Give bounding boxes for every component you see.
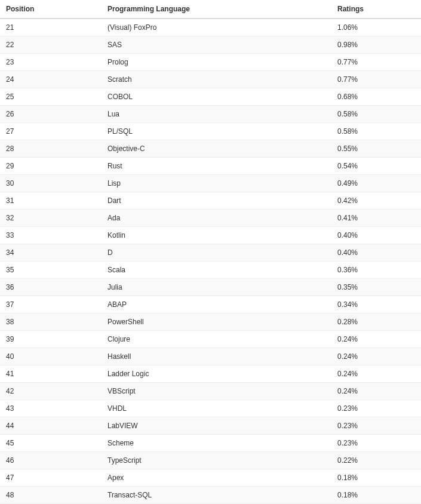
cell-ratings: 0.28% xyxy=(331,314,421,331)
cell-language: Ada xyxy=(102,210,331,227)
cell-language: VBScript xyxy=(102,383,331,400)
header-ratings: Ratings xyxy=(331,0,421,19)
table-row: 28Objective-C0.55% xyxy=(0,140,421,158)
cell-ratings: 0.18% xyxy=(331,469,421,487)
cell-ratings: 0.22% xyxy=(331,452,421,469)
cell-ratings: 0.41% xyxy=(331,210,421,227)
table-row: 21(Visual) FoxPro1.06% xyxy=(0,19,421,36)
table-row: 39Clojure0.24% xyxy=(0,331,421,348)
cell-language: Haskell xyxy=(102,348,331,365)
cell-ratings: 0.24% xyxy=(331,348,421,365)
table-row: 33Kotlin0.40% xyxy=(0,227,421,244)
cell-ratings: 0.23% xyxy=(331,435,421,452)
table-row: 24Scratch0.77% xyxy=(0,71,421,88)
cell-ratings: 1.06% xyxy=(331,19,421,36)
cell-position: 43 xyxy=(0,400,102,417)
cell-position: 32 xyxy=(0,210,102,227)
cell-position: 26 xyxy=(0,106,102,123)
cell-position: 46 xyxy=(0,452,102,469)
cell-position: 38 xyxy=(0,314,102,331)
cell-language: Apex xyxy=(102,469,331,487)
header-language: Programming Language xyxy=(102,0,331,19)
cell-ratings: 0.24% xyxy=(331,365,421,383)
table-row: 25COBOL0.68% xyxy=(0,88,421,106)
cell-position: 33 xyxy=(0,227,102,244)
cell-language: PowerShell xyxy=(102,314,331,331)
cell-language: Clojure xyxy=(102,331,331,348)
cell-language: D xyxy=(102,244,331,262)
table-row: 40Haskell0.24% xyxy=(0,348,421,365)
cell-language: ABAP xyxy=(102,296,331,314)
cell-position: 41 xyxy=(0,365,102,383)
cell-ratings: 0.77% xyxy=(331,71,421,88)
cell-position: 28 xyxy=(0,140,102,158)
cell-language: Julia xyxy=(102,279,331,296)
cell-ratings: 0.42% xyxy=(331,192,421,210)
cell-ratings: 0.23% xyxy=(331,400,421,417)
table-row: 38PowerShell0.28% xyxy=(0,314,421,331)
cell-ratings: 0.18% xyxy=(331,487,421,504)
cell-ratings: 0.24% xyxy=(331,383,421,400)
table-row: 45Scheme0.23% xyxy=(0,435,421,452)
cell-language: Transact-SQL xyxy=(102,487,331,504)
cell-language: Rust xyxy=(102,158,331,175)
cell-ratings: 0.36% xyxy=(331,262,421,279)
table-row: 43VHDL0.23% xyxy=(0,400,421,417)
cell-language: SAS xyxy=(102,36,331,54)
cell-language: Objective-C xyxy=(102,140,331,158)
cell-ratings: 0.55% xyxy=(331,140,421,158)
table-row: 32Ada0.41% xyxy=(0,210,421,227)
cell-position: 24 xyxy=(0,71,102,88)
cell-position: 21 xyxy=(0,19,102,36)
cell-ratings: 0.98% xyxy=(331,36,421,54)
cell-language: VHDL xyxy=(102,400,331,417)
cell-language: Ladder Logic xyxy=(102,365,331,383)
cell-ratings: 0.54% xyxy=(331,158,421,175)
cell-language: (Visual) FoxPro xyxy=(102,19,331,36)
cell-language: Dart xyxy=(102,192,331,210)
cell-position: 48 xyxy=(0,487,102,504)
cell-ratings: 0.49% xyxy=(331,175,421,192)
cell-position: 30 xyxy=(0,175,102,192)
cell-language: Scratch xyxy=(102,71,331,88)
table-row: 46TypeScript0.22% xyxy=(0,452,421,469)
table-row: 30Lisp0.49% xyxy=(0,175,421,192)
table-row: 23Prolog0.77% xyxy=(0,54,421,71)
cell-position: 42 xyxy=(0,383,102,400)
cell-ratings: 0.34% xyxy=(331,296,421,314)
cell-ratings: 0.77% xyxy=(331,54,421,71)
table-row: 29Rust0.54% xyxy=(0,158,421,175)
cell-position: 40 xyxy=(0,348,102,365)
table-header-row: Position Programming Language Ratings xyxy=(0,0,421,19)
cell-ratings: 0.58% xyxy=(331,106,421,123)
cell-language: Scala xyxy=(102,262,331,279)
cell-position: 25 xyxy=(0,88,102,106)
cell-language: TypeScript xyxy=(102,452,331,469)
cell-position: 22 xyxy=(0,36,102,54)
cell-position: 47 xyxy=(0,469,102,487)
cell-position: 45 xyxy=(0,435,102,452)
table-row: 22SAS0.98% xyxy=(0,36,421,54)
table-row: 37ABAP0.34% xyxy=(0,296,421,314)
cell-position: 34 xyxy=(0,244,102,262)
table-row: 36Julia0.35% xyxy=(0,279,421,296)
cell-ratings: 0.40% xyxy=(331,227,421,244)
cell-language: LabVIEW xyxy=(102,417,331,435)
table-row: 44LabVIEW0.23% xyxy=(0,417,421,435)
cell-position: 35 xyxy=(0,262,102,279)
table-row: 31Dart0.42% xyxy=(0,192,421,210)
table-row: 26Lua0.58% xyxy=(0,106,421,123)
cell-language: PL/SQL xyxy=(102,123,331,140)
table-row: 34D0.40% xyxy=(0,244,421,262)
table-row: 42VBScript0.24% xyxy=(0,383,421,400)
cell-language: Lisp xyxy=(102,175,331,192)
cell-ratings: 0.40% xyxy=(331,244,421,262)
language-rankings-table: Position Programming Language Ratings 21… xyxy=(0,0,421,504)
cell-ratings: 0.58% xyxy=(331,123,421,140)
cell-ratings: 0.24% xyxy=(331,331,421,348)
cell-language: Kotlin xyxy=(102,227,331,244)
cell-ratings: 0.35% xyxy=(331,279,421,296)
cell-language: Scheme xyxy=(102,435,331,452)
cell-position: 37 xyxy=(0,296,102,314)
table-row: 27PL/SQL0.58% xyxy=(0,123,421,140)
